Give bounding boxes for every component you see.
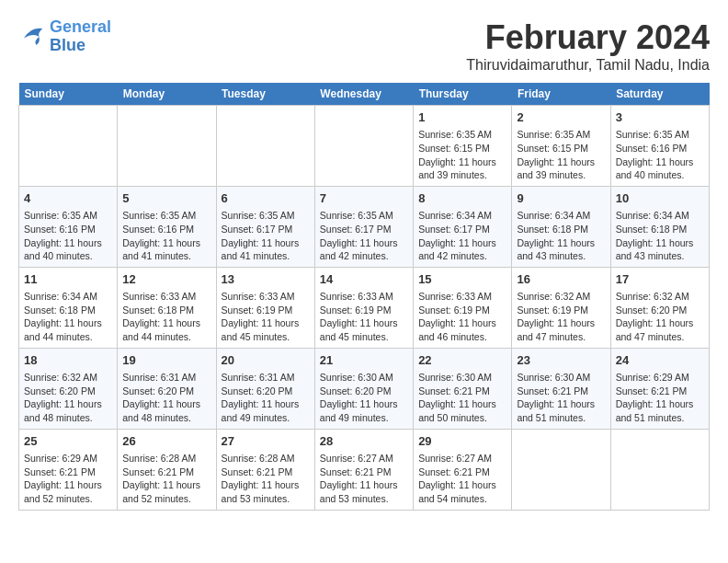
day-info: Sunrise: 6:33 AM Sunset: 6:19 PM Dayligh…: [320, 290, 408, 344]
day-number: 20: [222, 352, 310, 369]
day-number: 1: [418, 109, 506, 126]
day-info: Sunrise: 6:33 AM Sunset: 6:19 PM Dayligh…: [222, 290, 310, 344]
weekday-header-row: SundayMondayTuesdayWednesdayThursdayFrid…: [19, 83, 710, 106]
month-title: February 2024: [466, 18, 710, 57]
calendar-cell: 17Sunrise: 6:32 AM Sunset: 6:20 PM Dayli…: [610, 267, 709, 348]
calendar-cell: [512, 429, 610, 510]
calendar-cell: 28Sunrise: 6:27 AM Sunset: 6:21 PM Dayli…: [314, 429, 413, 510]
day-number: 3: [616, 109, 704, 126]
calendar-cell: 11Sunrise: 6:34 AM Sunset: 6:18 PM Dayli…: [19, 267, 118, 348]
day-number: 23: [517, 352, 605, 369]
day-number: 17: [616, 271, 704, 288]
day-info: Sunrise: 6:35 AM Sunset: 6:15 PM Dayligh…: [517, 128, 605, 182]
calendar-cell: 4Sunrise: 6:35 AM Sunset: 6:16 PM Daylig…: [19, 186, 118, 267]
calendar-cell: 15Sunrise: 6:33 AM Sunset: 6:19 PM Dayli…: [414, 267, 512, 348]
day-info: Sunrise: 6:30 AM Sunset: 6:21 PM Dayligh…: [517, 371, 605, 425]
day-number: 11: [24, 271, 112, 288]
day-info: Sunrise: 6:28 AM Sunset: 6:21 PM Dayligh…: [122, 452, 210, 506]
weekday-header-friday: Friday: [512, 83, 610, 106]
day-number: 15: [418, 271, 506, 288]
logo-line1: General: [50, 17, 111, 36]
day-info: Sunrise: 6:29 AM Sunset: 6:21 PM Dayligh…: [24, 452, 112, 506]
day-info: Sunrise: 6:32 AM Sunset: 6:19 PM Dayligh…: [517, 290, 605, 344]
day-number: 28: [320, 433, 408, 450]
day-info: Sunrise: 6:35 AM Sunset: 6:16 PM Dayligh…: [616, 128, 704, 182]
calendar-cell: 12Sunrise: 6:33 AM Sunset: 6:18 PM Dayli…: [118, 267, 216, 348]
day-info: Sunrise: 6:33 AM Sunset: 6:18 PM Dayligh…: [122, 290, 210, 344]
day-number: 25: [24, 433, 112, 450]
calendar-cell: [610, 429, 709, 510]
day-number: 2: [517, 109, 605, 126]
weekday-header-monday: Monday: [118, 83, 216, 106]
day-info: Sunrise: 6:35 AM Sunset: 6:17 PM Dayligh…: [222, 209, 310, 263]
week-row-2: 4Sunrise: 6:35 AM Sunset: 6:16 PM Daylig…: [19, 186, 710, 267]
day-number: 4: [24, 190, 112, 207]
calendar-table: SundayMondayTuesdayWednesdayThursdayFrid…: [18, 83, 710, 511]
weekday-header-saturday: Saturday: [610, 83, 709, 106]
calendar-cell: 13Sunrise: 6:33 AM Sunset: 6:19 PM Dayli…: [216, 267, 314, 348]
calendar-cell: 26Sunrise: 6:28 AM Sunset: 6:21 PM Dayli…: [118, 429, 216, 510]
day-number: 14: [320, 271, 408, 288]
calendar-cell: 24Sunrise: 6:29 AM Sunset: 6:21 PM Dayli…: [610, 348, 709, 429]
calendar-cell: 22Sunrise: 6:30 AM Sunset: 6:21 PM Dayli…: [414, 348, 512, 429]
day-number: 13: [222, 271, 310, 288]
day-info: Sunrise: 6:27 AM Sunset: 6:21 PM Dayligh…: [418, 452, 506, 506]
weekday-header-tuesday: Tuesday: [216, 83, 314, 106]
day-info: Sunrise: 6:33 AM Sunset: 6:19 PM Dayligh…: [418, 290, 506, 344]
calendar-cell: 14Sunrise: 6:33 AM Sunset: 6:19 PM Dayli…: [314, 267, 413, 348]
calendar-cell: 2Sunrise: 6:35 AM Sunset: 6:15 PM Daylig…: [512, 106, 610, 187]
calendar-cell: [118, 106, 216, 187]
logo-line2: Blue: [50, 36, 85, 54]
weekday-header-thursday: Thursday: [414, 83, 512, 106]
calendar-cell: 6Sunrise: 6:35 AM Sunset: 6:17 PM Daylig…: [216, 186, 314, 267]
day-number: 6: [222, 190, 310, 207]
calendar-cell: 10Sunrise: 6:34 AM Sunset: 6:18 PM Dayli…: [610, 186, 709, 267]
day-number: 18: [24, 352, 112, 369]
day-info: Sunrise: 6:27 AM Sunset: 6:21 PM Dayligh…: [320, 452, 408, 506]
week-row-4: 18Sunrise: 6:32 AM Sunset: 6:20 PM Dayli…: [19, 348, 710, 429]
calendar-cell: 18Sunrise: 6:32 AM Sunset: 6:20 PM Dayli…: [19, 348, 118, 429]
day-number: 8: [418, 190, 506, 207]
day-number: 5: [122, 190, 210, 207]
day-number: 19: [122, 352, 210, 369]
day-number: 27: [222, 433, 310, 450]
calendar-cell: [216, 106, 314, 187]
day-number: 7: [320, 190, 408, 207]
day-info: Sunrise: 6:30 AM Sunset: 6:21 PM Dayligh…: [418, 371, 506, 425]
calendar-cell: [19, 106, 118, 187]
logo: General Blue: [18, 18, 111, 55]
calendar-cell: 16Sunrise: 6:32 AM Sunset: 6:19 PM Dayli…: [512, 267, 610, 348]
calendar-cell: 27Sunrise: 6:28 AM Sunset: 6:21 PM Dayli…: [216, 429, 314, 510]
weekday-header-sunday: Sunday: [19, 83, 118, 106]
day-info: Sunrise: 6:35 AM Sunset: 6:17 PM Dayligh…: [320, 209, 408, 263]
location-title: Thiruvidaimaruthur, Tamil Nadu, India: [466, 57, 710, 74]
day-info: Sunrise: 6:34 AM Sunset: 6:18 PM Dayligh…: [24, 290, 112, 344]
day-info: Sunrise: 6:32 AM Sunset: 6:20 PM Dayligh…: [24, 371, 112, 425]
day-number: 21: [320, 352, 408, 369]
day-number: 9: [517, 190, 605, 207]
day-number: 26: [122, 433, 210, 450]
day-number: 16: [517, 271, 605, 288]
logo-text: General Blue: [50, 18, 111, 55]
calendar-cell: 21Sunrise: 6:30 AM Sunset: 6:20 PM Dayli…: [314, 348, 413, 429]
day-info: Sunrise: 6:31 AM Sunset: 6:20 PM Dayligh…: [222, 371, 310, 425]
title-block: February 2024 Thiruvidaimaruthur, Tamil …: [466, 18, 710, 74]
calendar-cell: 29Sunrise: 6:27 AM Sunset: 6:21 PM Dayli…: [414, 429, 512, 510]
day-info: Sunrise: 6:31 AM Sunset: 6:20 PM Dayligh…: [122, 371, 210, 425]
day-info: Sunrise: 6:34 AM Sunset: 6:18 PM Dayligh…: [616, 209, 704, 263]
day-info: Sunrise: 6:30 AM Sunset: 6:20 PM Dayligh…: [320, 371, 408, 425]
day-info: Sunrise: 6:34 AM Sunset: 6:17 PM Dayligh…: [418, 209, 506, 263]
day-number: 12: [122, 271, 210, 288]
day-info: Sunrise: 6:35 AM Sunset: 6:15 PM Dayligh…: [418, 128, 506, 182]
calendar-cell: 3Sunrise: 6:35 AM Sunset: 6:16 PM Daylig…: [610, 106, 709, 187]
day-info: Sunrise: 6:34 AM Sunset: 6:18 PM Dayligh…: [517, 209, 605, 263]
week-row-5: 25Sunrise: 6:29 AM Sunset: 6:21 PM Dayli…: [19, 429, 710, 510]
week-row-3: 11Sunrise: 6:34 AM Sunset: 6:18 PM Dayli…: [19, 267, 710, 348]
calendar-cell: 9Sunrise: 6:34 AM Sunset: 6:18 PM Daylig…: [512, 186, 610, 267]
week-row-1: 1Sunrise: 6:35 AM Sunset: 6:15 PM Daylig…: [19, 106, 710, 187]
calendar-cell: [314, 106, 413, 187]
calendar-cell: 25Sunrise: 6:29 AM Sunset: 6:21 PM Dayli…: [19, 429, 118, 510]
calendar-cell: 7Sunrise: 6:35 AM Sunset: 6:17 PM Daylig…: [314, 186, 413, 267]
calendar-cell: 19Sunrise: 6:31 AM Sunset: 6:20 PM Dayli…: [118, 348, 216, 429]
calendar-cell: 1Sunrise: 6:35 AM Sunset: 6:15 PM Daylig…: [414, 106, 512, 187]
